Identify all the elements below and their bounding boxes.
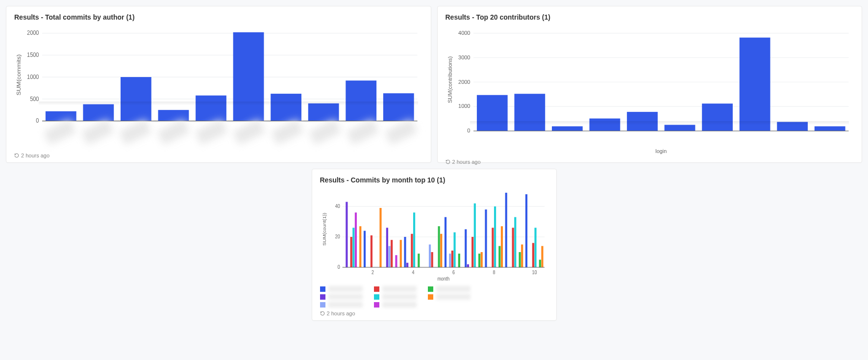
svg-text:2000: 2000 bbox=[458, 79, 470, 85]
svg-rect-70 bbox=[444, 217, 446, 267]
refresh-icon bbox=[14, 153, 19, 158]
card-footer: 2 hours ago bbox=[14, 153, 423, 158]
card-title: Results - Top 20 contributors (1) bbox=[446, 13, 854, 21]
svg-rect-58 bbox=[391, 240, 393, 267]
svg-rect-75 bbox=[465, 229, 467, 267]
svg-rect-92 bbox=[532, 243, 534, 267]
svg-rect-64 bbox=[413, 212, 415, 267]
svg-text:SUM(contributions): SUM(contributions) bbox=[447, 56, 453, 103]
svg-rect-39 bbox=[814, 127, 845, 131]
svg-rect-85 bbox=[500, 226, 502, 267]
legend-item[interactable] bbox=[428, 294, 477, 300]
legend-label-obscured bbox=[436, 294, 471, 300]
legend-label-obscured bbox=[328, 294, 363, 300]
svg-rect-30 bbox=[476, 95, 507, 131]
svg-rect-63 bbox=[411, 234, 413, 267]
svg-rect-48 bbox=[346, 202, 347, 267]
legend-item[interactable] bbox=[320, 302, 369, 308]
legend-item[interactable] bbox=[320, 286, 369, 292]
svg-rect-56 bbox=[386, 228, 388, 267]
svg-text:1500: 1500 bbox=[27, 51, 39, 58]
svg-rect-83 bbox=[494, 206, 496, 267]
footer-time: 2 hours ago bbox=[327, 310, 355, 316]
card-footer: 2 hours ago bbox=[446, 159, 854, 165]
svg-text:2000: 2000 bbox=[27, 29, 39, 37]
legend-item[interactable] bbox=[374, 294, 423, 300]
svg-rect-73 bbox=[453, 232, 455, 267]
svg-text:40: 40 bbox=[335, 204, 340, 209]
legend-item[interactable] bbox=[428, 286, 477, 292]
svg-rect-68 bbox=[438, 226, 440, 267]
footer-time: 2 hours ago bbox=[21, 153, 50, 158]
svg-rect-54 bbox=[370, 235, 372, 267]
svg-rect-33 bbox=[589, 119, 620, 131]
svg-rect-88 bbox=[514, 217, 516, 267]
card-top-contributors[interactable]: Results - Top 20 contributors (1) 010002… bbox=[437, 6, 863, 163]
card-commits-by-author[interactable]: Results - Total commits by author (1) 05… bbox=[6, 6, 431, 163]
chart-top-contributors: 01000200030004000SUM(contributions)login bbox=[446, 25, 854, 156]
svg-rect-91 bbox=[525, 194, 527, 267]
svg-rect-9 bbox=[46, 111, 76, 121]
svg-rect-38 bbox=[777, 122, 808, 131]
card-commits-by-month[interactable]: Results - Commits by month top 10 (1) 02… bbox=[312, 169, 557, 321]
svg-rect-57 bbox=[388, 246, 390, 267]
legend-swatch bbox=[428, 286, 433, 292]
svg-rect-37 bbox=[739, 38, 770, 131]
svg-rect-14 bbox=[233, 32, 264, 121]
legend-swatch bbox=[320, 302, 325, 308]
svg-rect-80 bbox=[480, 252, 482, 267]
svg-text:4: 4 bbox=[412, 269, 415, 275]
legend-swatch bbox=[428, 294, 433, 300]
svg-rect-76 bbox=[467, 264, 469, 267]
svg-rect-16 bbox=[308, 103, 339, 121]
svg-rect-65 bbox=[418, 254, 420, 267]
legend-label-obscured bbox=[382, 294, 417, 300]
svg-rect-82 bbox=[492, 228, 494, 267]
svg-rect-50 bbox=[352, 228, 354, 267]
svg-rect-87 bbox=[512, 228, 514, 267]
svg-text:500: 500 bbox=[30, 95, 39, 103]
legend-swatch bbox=[374, 302, 379, 308]
svg-rect-31 bbox=[514, 94, 545, 131]
svg-rect-10 bbox=[83, 104, 114, 121]
svg-text:login: login bbox=[655, 148, 667, 154]
svg-text:0: 0 bbox=[337, 264, 340, 270]
card-title: Results - Total commits by author (1) bbox=[14, 13, 423, 21]
svg-rect-36 bbox=[702, 103, 733, 131]
legend-item[interactable] bbox=[320, 294, 369, 300]
svg-rect-93 bbox=[534, 228, 536, 267]
svg-text:10: 10 bbox=[532, 269, 537, 275]
svg-rect-53 bbox=[363, 231, 365, 267]
legend-item[interactable] bbox=[374, 286, 423, 292]
svg-rect-12 bbox=[158, 110, 189, 121]
svg-text:6: 6 bbox=[452, 269, 454, 275]
svg-rect-74 bbox=[458, 254, 460, 267]
svg-rect-90 bbox=[521, 244, 523, 267]
svg-rect-79 bbox=[478, 254, 480, 267]
svg-text:20: 20 bbox=[335, 234, 340, 240]
svg-rect-18 bbox=[383, 93, 414, 121]
svg-text:4000: 4000 bbox=[458, 30, 470, 36]
legend-label-obscured bbox=[436, 286, 471, 292]
svg-rect-86 bbox=[505, 193, 507, 267]
legend-label-obscured bbox=[382, 286, 417, 292]
legend-swatch bbox=[374, 294, 379, 300]
svg-text:1000: 1000 bbox=[458, 103, 470, 109]
svg-rect-89 bbox=[519, 252, 521, 267]
svg-rect-60 bbox=[399, 240, 401, 267]
svg-rect-78 bbox=[473, 204, 475, 267]
legend-swatch bbox=[320, 294, 325, 300]
svg-rect-49 bbox=[350, 237, 352, 267]
refresh-icon bbox=[320, 311, 325, 316]
svg-rect-77 bbox=[471, 237, 473, 267]
svg-text:SUM(commits): SUM(commits) bbox=[16, 54, 22, 96]
svg-rect-52 bbox=[359, 226, 361, 267]
legend-item[interactable] bbox=[374, 302, 423, 308]
svg-text:8: 8 bbox=[493, 269, 495, 275]
svg-rect-67 bbox=[431, 252, 433, 267]
svg-rect-11 bbox=[121, 77, 151, 121]
svg-text:0: 0 bbox=[467, 128, 470, 133]
legend-label-obscured bbox=[328, 302, 363, 308]
legend-swatch bbox=[320, 286, 325, 292]
svg-rect-94 bbox=[539, 260, 541, 268]
